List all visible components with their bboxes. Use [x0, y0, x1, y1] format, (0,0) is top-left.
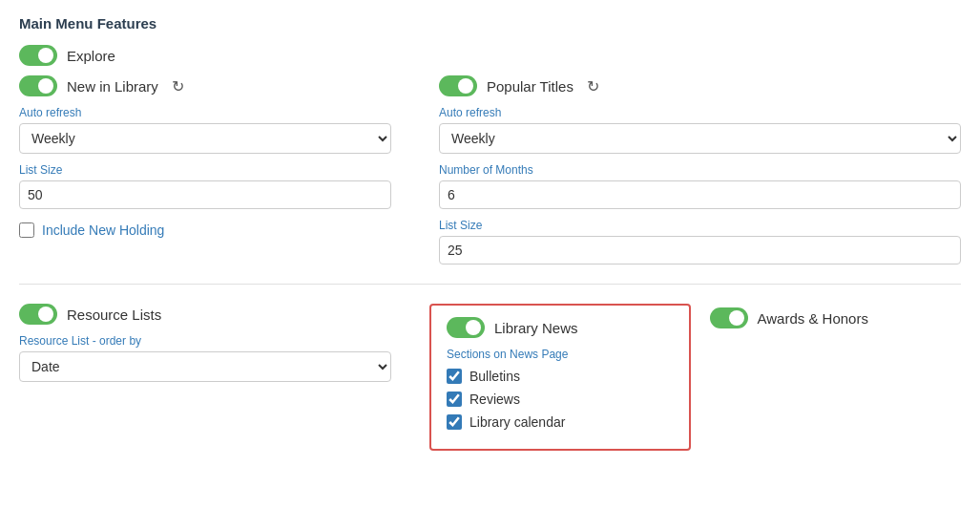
page-title: Main Menu Features	[19, 15, 961, 32]
popular-titles-months-block: Number of Months	[439, 163, 961, 209]
explore-row: Explore	[19, 45, 961, 66]
library-news-label: Library News	[494, 320, 578, 336]
new-in-library-list-size-label: List Size	[19, 163, 391, 177]
popular-titles-list-size-block: List Size	[439, 219, 961, 265]
section-divider	[19, 284, 961, 285]
popular-titles-row: Popular Titles ↻	[439, 75, 961, 96]
resource-lists-label: Resource Lists	[67, 307, 161, 323]
reviews-label[interactable]: Reviews	[469, 392, 520, 407]
popular-titles-refresh-icon[interactable]: ↻	[587, 77, 599, 95]
resource-lists-order-label: Resource List - order by	[19, 334, 391, 348]
popular-titles-list-size-label: List Size	[439, 219, 961, 232]
popular-titles-section: Popular Titles ↻ Auto refresh Weekly Dai…	[420, 75, 961, 265]
explore-label: Explore	[67, 48, 115, 64]
new-in-library-list-size-input[interactable]	[19, 180, 391, 209]
main-features-grid: New in Library ↻ Auto refresh Weekly Dai…	[19, 75, 961, 265]
include-new-holding-checkbox[interactable]	[19, 222, 34, 238]
new-in-library-list-size-block: List Size	[19, 163, 391, 209]
new-in-library-label: New in Library	[67, 78, 158, 95]
library-calendar-checkbox[interactable]	[447, 414, 462, 430]
new-in-library-auto-refresh-block: Auto refresh Weekly Daily Monthly	[19, 106, 391, 154]
library-calendar-row: Library calendar	[447, 414, 674, 430]
awards-honors-label: Awards & Honors	[758, 310, 868, 327]
bottom-features-grid: Resource Lists Resource List - order by …	[19, 304, 961, 451]
explore-toggle[interactable]	[19, 45, 57, 66]
sections-on-news-label: Sections on News Page	[447, 348, 674, 361]
new-in-library-section: New in Library ↻ Auto refresh Weekly Dai…	[19, 75, 420, 265]
bulletins-checkbox[interactable]	[447, 369, 462, 384]
resource-lists-order-block: Resource List - order by Date Title Auth…	[19, 334, 391, 382]
popular-titles-auto-refresh-block: Auto refresh Weekly Daily Monthly	[439, 106, 961, 154]
library-news-toggle[interactable]	[447, 317, 485, 338]
new-in-library-row: New in Library ↻	[19, 75, 391, 96]
resource-lists-row: Resource Lists	[19, 304, 391, 325]
popular-titles-auto-refresh-label: Auto refresh	[439, 106, 961, 119]
popular-titles-label: Popular Titles	[487, 78, 573, 95]
popular-titles-months-input[interactable]	[439, 180, 961, 209]
popular-titles-months-label: Number of Months	[439, 163, 961, 177]
resource-lists-order-select[interactable]: Date Title Author	[19, 351, 391, 382]
bulletins-label[interactable]: Bulletins	[469, 369, 520, 384]
popular-titles-list-size-input[interactable]	[439, 236, 961, 265]
resource-lists-section: Resource Lists Resource List - order by …	[19, 304, 420, 382]
library-news-row: Library News	[447, 317, 674, 338]
new-in-library-refresh-icon[interactable]: ↻	[172, 77, 184, 95]
awards-honors-section: Awards & Honors	[691, 307, 962, 328]
bulletins-row: Bulletins	[447, 369, 674, 384]
new-in-library-auto-refresh-label: Auto refresh	[19, 106, 391, 119]
popular-titles-toggle[interactable]	[439, 75, 477, 96]
reviews-checkbox[interactable]	[447, 392, 462, 407]
reviews-row: Reviews	[447, 392, 674, 407]
popular-titles-auto-refresh-select[interactable]: Weekly Daily Monthly	[439, 123, 961, 154]
include-new-holding-label[interactable]: Include New Holding	[42, 222, 164, 238]
new-in-library-toggle[interactable]	[19, 75, 57, 96]
new-in-library-auto-refresh-select[interactable]: Weekly Daily Monthly	[19, 123, 391, 154]
resource-lists-toggle[interactable]	[19, 304, 57, 325]
library-calendar-label[interactable]: Library calendar	[469, 414, 565, 430]
library-news-section: Library News Sections on News Page Bulle…	[429, 304, 691, 451]
awards-honors-toggle[interactable]	[710, 307, 748, 328]
include-new-holding-row: Include New Holding	[19, 222, 391, 238]
